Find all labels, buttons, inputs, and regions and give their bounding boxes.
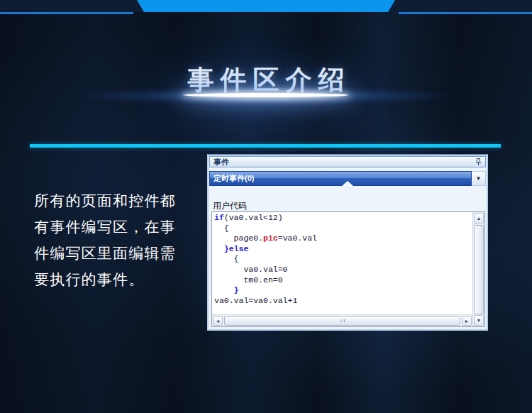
event-header-row: 定时事件(0) ▼ [209,171,486,186]
horizontal-scroll-thumb[interactable] [224,316,460,326]
intro-line: 件编写区里面编辑需 [34,240,180,266]
chevron-down-icon: ▼ [476,175,482,182]
intro-line: 有事件编写区，在事 [34,214,180,240]
panel-title: 事件 [214,157,229,167]
section-divider [30,144,501,148]
scroll-down-button[interactable]: ▼ [474,315,484,326]
header-thin-line-left [0,12,133,14]
header-thin-line-right [399,12,532,14]
event-dropdown-button[interactable]: ▼ [472,171,486,186]
scroll-up-button[interactable]: ▲ [474,213,484,224]
thumb-grip [340,319,346,322]
vertical-scrollbar[interactable]: ▲ ▼ [472,212,484,326]
intro-paragraph: 所有的页面和控件都 有事件编写区，在事 件编写区里面编辑需 要执行的事件。 [34,187,180,292]
scroll-right-button[interactable]: ► [462,316,472,326]
code-editor: if(va0.val<12) { page0.pic=va0.val }else… [211,211,485,327]
intro-line: 所有的页面和控件都 [34,187,180,214]
vertical-scroll-thumb[interactable] [474,225,484,314]
panel-titlebar: 事件 [209,156,486,167]
light-streak-core [183,93,349,97]
header-notch [342,181,353,186]
timer-event-label: 定时事件(0) [214,173,254,184]
scroll-left-button[interactable]: ◄ [213,316,223,326]
user-code-label: 用户代码 [213,200,247,212]
header-accent-bar [0,0,532,12]
timer-event-header[interactable]: 定时事件(0) [209,171,472,186]
intro-line: 要执行的事件。 [34,266,180,292]
code-text[interactable]: if(va0.val<12) { page0.pic=va0.val }else… [214,213,472,314]
horizontal-scrollbar[interactable]: ◄ ► [212,314,472,326]
pushpin-icon[interactable] [475,158,482,166]
arrow-right-icon: ► [465,319,470,324]
arrow-up-icon: ▲ [477,216,482,221]
arrow-down-icon: ▼ [477,318,482,323]
event-panel: 事件 定时事件(0) ▼ 用户代码 if(va0.val<12) { page0… [207,154,488,331]
arrow-left-icon: ◄ [216,319,221,324]
